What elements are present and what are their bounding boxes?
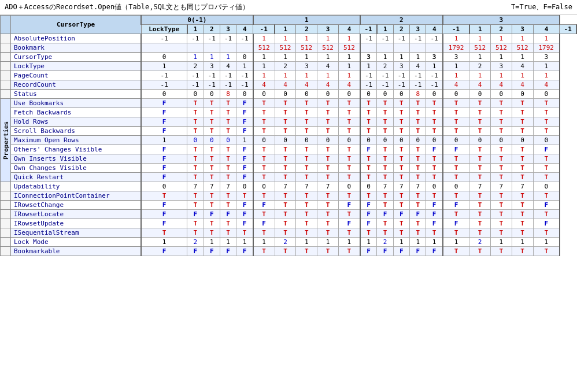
cell-s0-v0: -1	[141, 34, 187, 43]
cell-s3-v4: T	[533, 117, 560, 127]
cell-s2-v2: 1	[393, 53, 409, 62]
lock-type-s2-3: 4	[426, 25, 443, 34]
cell-s0-v1: T	[187, 173, 204, 182]
cell-s3-v1: 2	[469, 62, 491, 71]
cell-s3-v2: 7	[490, 182, 512, 191]
cell-s3-v0: 1	[443, 71, 469, 80]
cell-s3-v2: T	[490, 154, 512, 164]
cell-s2-v1: F	[377, 210, 393, 219]
cell-s1-v1: 1	[275, 53, 296, 62]
cell-s1-v3: 1	[317, 34, 339, 43]
main-table: CursorType0(-1)123LockType1234-11234-112…	[0, 15, 577, 256]
cell-s2-v4: F	[426, 247, 443, 256]
cell-s2-v0: -1	[360, 71, 377, 80]
cursor-type-2: 2	[360, 16, 443, 25]
cell-s0-v2: 1	[204, 238, 220, 247]
cell-s3-v3: 1	[512, 53, 533, 62]
cell-s1-v2: T	[296, 228, 317, 238]
cell-s3-v0: 1	[443, 62, 469, 71]
table-container: CursorType0(-1)123LockType1234-11234-112…	[0, 15, 577, 256]
cell-s2-v2	[393, 43, 409, 53]
cell-s3-v3: 512	[512, 43, 533, 53]
cell-s2-v0: F	[360, 210, 377, 219]
prop-name: AbsolutePosition	[11, 34, 142, 43]
cell-s3-v2: T	[490, 228, 512, 238]
cell-s1-v2: T	[296, 99, 317, 108]
cell-s0-v0: F	[141, 210, 187, 219]
cell-s2-v1: -1	[377, 71, 393, 80]
cell-s1-v3: T	[317, 201, 339, 210]
cell-s1-v4: T	[338, 173, 360, 182]
prop-name: Bookmarkable	[11, 247, 142, 256]
cell-s3-v4: 4	[533, 80, 560, 90]
cell-s2-v4: 0	[426, 182, 443, 191]
cell-s2-v3: 8	[410, 90, 426, 99]
cell-s2-v2: T	[393, 154, 409, 164]
cell-s0-v0: F	[141, 164, 187, 173]
cell-s0-v1	[187, 43, 204, 53]
cell-s0-v2: T	[204, 219, 220, 228]
cell-s0-v2: 7	[204, 182, 220, 191]
prop-name: Updatability	[11, 182, 142, 191]
cell-s2-v1: 2	[377, 238, 393, 247]
cell-s1-v2: T	[296, 164, 317, 173]
cell-s0-v1: 7	[187, 182, 204, 191]
cell-s1-v3: T	[317, 210, 339, 219]
cell-s3-v1: 512	[469, 43, 491, 53]
prop-name: Maximum Open Rows	[11, 136, 142, 145]
cursor-type-3: 3	[443, 16, 560, 25]
cell-s2-v0: T	[360, 127, 377, 136]
cell-s1-v1: T	[275, 191, 296, 201]
cell-s3-v4: T	[533, 247, 560, 256]
cell-s2-v4: F	[426, 210, 443, 219]
cell-s0-v2: F	[204, 210, 220, 219]
cell-s0-v3	[220, 43, 236, 53]
cell-s1-v4: T	[338, 108, 360, 117]
cell-s2-v0: T	[360, 228, 377, 238]
cell-s3-v1: T	[469, 173, 491, 182]
cell-s3-v2: T	[490, 201, 512, 210]
cell-s0-v1: T	[187, 127, 204, 136]
cell-s1-v0: 0	[253, 182, 275, 191]
cell-s0-v3: T	[220, 228, 236, 238]
cell-s1-v4: T	[338, 191, 360, 201]
cell-s1-v1: 2	[275, 62, 296, 71]
cell-s2-v3: T	[410, 108, 426, 117]
cell-s0-v4: F	[236, 117, 253, 127]
table-row: Own Inserts VisibleFTTTFTTTTTTTTTTTTTTT	[1, 154, 577, 164]
prop-name: LockType	[11, 62, 142, 71]
cell-s1-v2: 3	[296, 62, 317, 71]
cell-s0-v0: F	[141, 99, 187, 108]
cell-s0-v4: -1	[236, 34, 253, 43]
cell-s1-v0: F	[253, 219, 275, 228]
cell-s3-v2: 1	[490, 71, 512, 80]
cell-s3-v4: 0	[533, 90, 560, 99]
cell-s2-v0: 3	[360, 53, 377, 62]
cell-s1-v4: T	[338, 99, 360, 108]
cell-s1-v4: T	[338, 164, 360, 173]
cell-s0-v0: 1	[141, 62, 187, 71]
cell-s0-v2: T	[204, 191, 220, 201]
cell-s0-v4: F	[236, 247, 253, 256]
cell-s1-v0: 4	[253, 80, 275, 90]
cell-s3-v0: T	[443, 191, 469, 201]
cell-s1-v4: 0	[338, 182, 360, 191]
cell-s1-v1: T	[275, 117, 296, 127]
cell-s3-v1: 1	[469, 71, 491, 80]
prop-name: Own Inserts Visible	[11, 154, 142, 164]
cell-s2-v4: F	[426, 201, 443, 210]
cell-s0-v3: 4	[220, 62, 236, 71]
cell-s2-v3: T	[410, 117, 426, 127]
cell-s2-v2: 0	[393, 136, 409, 145]
cell-s3-v3: 0	[512, 136, 533, 145]
cell-s3-v3: T	[512, 145, 533, 154]
lock-type-s0-0: 1	[187, 25, 204, 34]
cell-s1-v4: T	[338, 127, 360, 136]
cell-s0-v0: 0	[141, 53, 187, 62]
cell-s2-v4: 1	[426, 62, 443, 71]
prop-name: Bookmark	[11, 43, 142, 53]
cell-s2-v4: 0	[426, 136, 443, 145]
cell-s3-v3: 1	[512, 71, 533, 80]
cell-s0-v1: T	[187, 191, 204, 201]
group-spacer	[1, 34, 11, 43]
